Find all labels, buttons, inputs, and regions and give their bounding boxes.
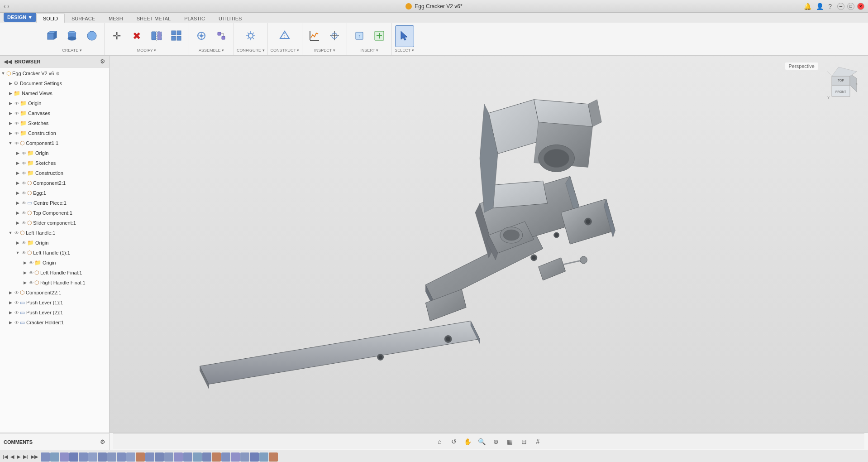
tl-item-11[interactable]	[136, 452, 145, 462]
tree-item-comp2[interactable]: ▶ 👁 ⬡ Component2:1	[0, 178, 109, 188]
create-cylinder-button[interactable]	[62, 25, 81, 47]
lh-origin2-eye[interactable]: 👁	[29, 260, 33, 265]
tree-item-lh-origin[interactable]: ▶ 👁 📁 Origin	[0, 238, 109, 248]
lh-sub-eye[interactable]: 👁	[22, 250, 26, 255]
comp1-origin-expand[interactable]: ▶	[14, 150, 21, 156]
tree-item-lh-final[interactable]: ▶ 👁 ⬡ Left Handle Final:1	[0, 268, 109, 278]
bt-pan-btn[interactable]: ✋	[462, 435, 474, 448]
create-box-button[interactable]	[43, 25, 62, 47]
comp22-eye[interactable]: 👁	[14, 290, 19, 295]
construction-expand[interactable]: ▶	[7, 130, 14, 136]
notifications-icon[interactable]: 🔔	[804, 3, 811, 10]
top-comp-expand[interactable]: ▶	[14, 210, 21, 216]
tl-item-25[interactable]	[269, 452, 278, 462]
tree-item-doc-settings[interactable]: ▶ ⚙ Document Settings	[0, 78, 109, 88]
tab-surface[interactable]: SURFACE	[65, 14, 102, 23]
tree-item-comp22[interactable]: ▶ 👁 ⬡ Component22:1	[0, 288, 109, 298]
tree-item-comp1-construction[interactable]: ▶ 👁 📁 Construction	[0, 168, 109, 178]
centre-piece-eye[interactable]: 👁	[22, 201, 26, 206]
comp1-origin-eye[interactable]: 👁	[22, 151, 26, 156]
tree-item-slider-comp[interactable]: ▶ 👁 ⬡ Slider component:1	[0, 218, 109, 228]
assemble-btn2[interactable]	[212, 25, 231, 47]
tree-item-comp1-origin[interactable]: ▶ 👁 📁 Origin	[0, 148, 109, 158]
tl-item-5[interactable]	[79, 452, 88, 462]
tree-item-push-lever2[interactable]: ▶ 👁 ▭ Push Lever (2):1	[0, 308, 109, 318]
tree-item-sketches[interactable]: ▶ 👁 📁 Sketches	[0, 118, 109, 128]
origin-eye[interactable]: 👁	[14, 101, 19, 106]
lh-origin2-expand[interactable]: ▶	[22, 260, 28, 266]
profile-icon[interactable]: 👤	[816, 3, 824, 10]
top-comp-eye[interactable]: 👁	[22, 211, 26, 216]
design-dropdown[interactable]: DESIGN ▼	[4, 13, 36, 22]
doc-settings-expand[interactable]: ▶	[7, 80, 14, 87]
inspect-btn2[interactable]	[325, 25, 344, 47]
select-btn[interactable]	[395, 25, 414, 47]
move-button[interactable]: ✛	[107, 25, 126, 47]
cracker-holder-eye[interactable]: 👁	[14, 320, 19, 325]
tree-item-push-lever1[interactable]: ▶ 👁 ▭ Push Lever (1):1	[0, 298, 109, 308]
tab-sheet-metal[interactable]: SHEET METAL	[130, 14, 177, 23]
tree-item-construction[interactable]: ▶ 👁 📁 Construction	[0, 128, 109, 138]
tl-item-18[interactable]	[202, 452, 211, 462]
tl-item-19[interactable]	[212, 452, 221, 462]
egg-eye[interactable]: 👁	[22, 191, 26, 196]
tl-item-3[interactable]	[60, 452, 69, 462]
centre-piece-expand[interactable]: ▶	[14, 200, 21, 206]
root-expand[interactable]: ▼	[0, 70, 6, 77]
configure-btn[interactable]	[241, 25, 260, 47]
tab-mesh[interactable]: MESH	[102, 14, 130, 23]
construct-btn[interactable]	[275, 25, 294, 47]
tl-item-16[interactable]	[183, 452, 192, 462]
canvases-expand[interactable]: ▶	[7, 110, 14, 116]
tl-item-23[interactable]	[250, 452, 259, 462]
bt-home-btn[interactable]: ⌂	[434, 435, 446, 448]
help-icon[interactable]: ?	[828, 3, 832, 10]
tree-item-left-handle[interactable]: ▼ 👁 ⬡ Left Handle:1	[0, 228, 109, 238]
tree-item-centre-piece[interactable]: ▶ 👁 ▭ Centre Piece:1	[0, 198, 109, 208]
slider-comp-expand[interactable]: ▶	[14, 220, 21, 226]
bt-zoom-btn[interactable]: 🔍	[476, 435, 488, 448]
tree-item-lh-origin2[interactable]: ▶ 👁 📁 Origin	[0, 258, 109, 268]
tl-item-15[interactable]	[174, 452, 183, 462]
tree-item-origin[interactable]: ▶ 👁 📁 Origin	[0, 98, 109, 108]
comp1-eye[interactable]: 👁	[14, 141, 19, 146]
tl-item-12[interactable]	[145, 452, 154, 462]
tl-item-1[interactable]	[41, 452, 50, 462]
create-sphere-button[interactable]	[82, 25, 101, 47]
tree-item-root[interactable]: ▼ ⬡ Egg Cracker V2 v6 ⚙	[0, 68, 109, 78]
forward-icon[interactable]: ›	[7, 3, 9, 10]
bt-display-btn[interactable]: ▦	[504, 435, 516, 448]
rect-pattern-button[interactable]	[167, 25, 186, 47]
tree-item-lh-sub[interactable]: ▼ 👁 ⬡ Left Handle (1):1	[0, 248, 109, 258]
rh-final-eye[interactable]: 👁	[29, 280, 33, 285]
lh-origin-expand[interactable]: ▶	[14, 240, 21, 246]
browser-settings-icon[interactable]: ⚙	[100, 58, 105, 65]
lh-final-eye[interactable]: 👁	[29, 270, 33, 275]
rh-final-expand[interactable]: ▶	[22, 279, 28, 286]
comments-settings-icon[interactable]: ⚙	[100, 438, 105, 445]
tree-item-comp1[interactable]: ▼ 👁 ⬡ Component1:1	[0, 138, 109, 148]
construction-eye[interactable]: 👁	[14, 131, 19, 136]
root-settings[interactable]: ⚙	[56, 71, 60, 76]
lh-final-expand[interactable]: ▶	[22, 270, 28, 276]
timeline-next-btn[interactable]: ▶|	[22, 453, 29, 461]
timeline-play-btn[interactable]: ▶	[16, 453, 21, 461]
left-handle-eye[interactable]: 👁	[14, 231, 19, 236]
left-handle-expand[interactable]: ▼	[7, 230, 14, 236]
tl-item-20[interactable]	[221, 452, 230, 462]
tl-item-10[interactable]	[126, 452, 135, 462]
viewcube[interactable]: FRONT TOP Y X	[823, 65, 859, 101]
back-icon[interactable]: ‹	[4, 3, 5, 10]
comp1-sketches-expand[interactable]: ▶	[14, 160, 21, 166]
canvases-eye[interactable]: 👁	[14, 111, 19, 116]
push-lever1-eye[interactable]: 👁	[14, 300, 19, 305]
slider-comp-eye[interactable]: 👁	[22, 221, 26, 226]
comp1-construction-eye[interactable]: 👁	[22, 171, 26, 176]
bt-orbit-btn[interactable]: ↺	[448, 435, 460, 448]
delete-button[interactable]: ✖	[127, 25, 146, 47]
timeline-prev-btn[interactable]: ◀	[10, 453, 15, 461]
comp1-construction-expand[interactable]: ▶	[14, 170, 21, 176]
tree-item-top-comp[interactable]: ▶ 👁 ⬡ Top Component:1	[0, 208, 109, 218]
lh-origin-eye[interactable]: 👁	[22, 241, 26, 245]
sketches-eye[interactable]: 👁	[14, 121, 19, 126]
